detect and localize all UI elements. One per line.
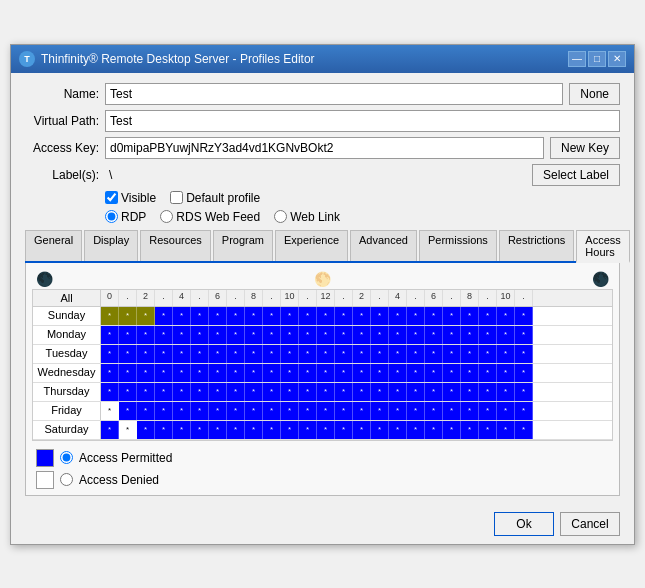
sat-h8[interactable]: * bbox=[245, 421, 263, 439]
thu-h17[interactable]: * bbox=[407, 383, 425, 401]
thu-h4[interactable]: * bbox=[173, 383, 191, 401]
fri-h13[interactable]: * bbox=[335, 402, 353, 420]
mon-h9[interactable]: * bbox=[263, 326, 281, 344]
mon-h20[interactable]: * bbox=[461, 326, 479, 344]
wed-h12[interactable]: * bbox=[317, 364, 335, 382]
thu-h13[interactable]: * bbox=[335, 383, 353, 401]
sun-h7[interactable]: * bbox=[227, 307, 245, 325]
sat-h20[interactable]: * bbox=[461, 421, 479, 439]
wed-h9[interactable]: * bbox=[263, 364, 281, 382]
sat-h4[interactable]: * bbox=[173, 421, 191, 439]
fri-h14[interactable]: * bbox=[353, 402, 371, 420]
sun-h22[interactable]: * bbox=[497, 307, 515, 325]
wed-h20[interactable]: * bbox=[461, 364, 479, 382]
sun-h9[interactable]: * bbox=[263, 307, 281, 325]
tab-access-hours[interactable]: Access Hours bbox=[576, 230, 629, 263]
sun-h1[interactable]: * bbox=[119, 307, 137, 325]
fri-h18[interactable]: * bbox=[425, 402, 443, 420]
fri-h17[interactable]: * bbox=[407, 402, 425, 420]
thu-h5[interactable]: * bbox=[191, 383, 209, 401]
wed-h17[interactable]: * bbox=[407, 364, 425, 382]
tue-h3[interactable]: * bbox=[155, 345, 173, 363]
thu-h11[interactable]: * bbox=[299, 383, 317, 401]
thu-h2[interactable]: * bbox=[137, 383, 155, 401]
thu-h14[interactable]: * bbox=[353, 383, 371, 401]
sat-h22[interactable]: * bbox=[497, 421, 515, 439]
sat-h5[interactable]: * bbox=[191, 421, 209, 439]
mon-h6[interactable]: * bbox=[209, 326, 227, 344]
mon-h4[interactable]: * bbox=[173, 326, 191, 344]
sat-h18[interactable]: * bbox=[425, 421, 443, 439]
fri-h20[interactable]: * bbox=[461, 402, 479, 420]
tue-h21[interactable]: * bbox=[479, 345, 497, 363]
tab-restrictions[interactable]: Restrictions bbox=[499, 230, 574, 261]
tue-h9[interactable]: * bbox=[263, 345, 281, 363]
sat-h15[interactable]: * bbox=[371, 421, 389, 439]
virtual-path-input[interactable] bbox=[105, 110, 620, 132]
tab-program[interactable]: Program bbox=[213, 230, 273, 261]
thu-h23[interactable]: * bbox=[515, 383, 533, 401]
sun-h13[interactable]: * bbox=[335, 307, 353, 325]
web-link-radio[interactable] bbox=[274, 210, 287, 223]
wed-h2[interactable]: * bbox=[137, 364, 155, 382]
tue-h1[interactable]: * bbox=[119, 345, 137, 363]
tue-h0[interactable]: * bbox=[101, 345, 119, 363]
sun-h14[interactable]: * bbox=[353, 307, 371, 325]
visible-option[interactable]: Visible bbox=[105, 191, 156, 205]
new-key-button[interactable]: New Key bbox=[550, 137, 620, 159]
rdp-radio[interactable] bbox=[105, 210, 118, 223]
wed-h4[interactable]: * bbox=[173, 364, 191, 382]
wed-h16[interactable]: * bbox=[389, 364, 407, 382]
fri-h3[interactable]: * bbox=[155, 402, 173, 420]
select-label-button[interactable]: Select Label bbox=[532, 164, 620, 186]
sun-h5[interactable]: * bbox=[191, 307, 209, 325]
mon-h22[interactable]: * bbox=[497, 326, 515, 344]
thu-h8[interactable]: * bbox=[245, 383, 263, 401]
tue-h2[interactable]: * bbox=[137, 345, 155, 363]
wed-h6[interactable]: * bbox=[209, 364, 227, 382]
tab-advanced[interactable]: Advanced bbox=[350, 230, 417, 261]
fri-h9[interactable]: * bbox=[263, 402, 281, 420]
tab-display[interactable]: Display bbox=[84, 230, 138, 261]
mon-h0[interactable]: * bbox=[101, 326, 119, 344]
thu-h21[interactable]: * bbox=[479, 383, 497, 401]
sun-h21[interactable]: * bbox=[479, 307, 497, 325]
default-profile-checkbox[interactable] bbox=[170, 191, 183, 204]
default-profile-option[interactable]: Default profile bbox=[170, 191, 260, 205]
sat-h17[interactable]: * bbox=[407, 421, 425, 439]
fri-h11[interactable]: * bbox=[299, 402, 317, 420]
rds-web-feed-radio[interactable] bbox=[160, 210, 173, 223]
ok-button[interactable]: Ok bbox=[494, 512, 554, 536]
mon-h21[interactable]: * bbox=[479, 326, 497, 344]
sun-h0[interactable]: * bbox=[101, 307, 119, 325]
sun-h23[interactable]: * bbox=[515, 307, 533, 325]
sat-h23[interactable]: * bbox=[515, 421, 533, 439]
mon-h19[interactable]: * bbox=[443, 326, 461, 344]
mon-h8[interactable]: * bbox=[245, 326, 263, 344]
fri-h2[interactable]: * bbox=[137, 402, 155, 420]
fri-h23[interactable]: * bbox=[515, 402, 533, 420]
wed-h15[interactable]: * bbox=[371, 364, 389, 382]
sun-h2[interactable]: * bbox=[137, 307, 155, 325]
wed-h14[interactable]: * bbox=[353, 364, 371, 382]
sat-h19[interactable]: * bbox=[443, 421, 461, 439]
sun-h6[interactable]: * bbox=[209, 307, 227, 325]
fri-h1[interactable]: * bbox=[119, 402, 137, 420]
thu-h0[interactable]: * bbox=[101, 383, 119, 401]
tue-h5[interactable]: * bbox=[191, 345, 209, 363]
cancel-button[interactable]: Cancel bbox=[560, 512, 620, 536]
tue-h11[interactable]: * bbox=[299, 345, 317, 363]
mon-h3[interactable]: * bbox=[155, 326, 173, 344]
access-permitted-radio[interactable] bbox=[60, 451, 73, 464]
sun-h12[interactable]: * bbox=[317, 307, 335, 325]
thu-h16[interactable]: * bbox=[389, 383, 407, 401]
web-link-option[interactable]: Web Link bbox=[274, 210, 340, 224]
sun-h19[interactable]: * bbox=[443, 307, 461, 325]
fri-h12[interactable]: * bbox=[317, 402, 335, 420]
mon-h1[interactable]: * bbox=[119, 326, 137, 344]
wed-h13[interactable]: * bbox=[335, 364, 353, 382]
fri-h7[interactable]: * bbox=[227, 402, 245, 420]
tue-h16[interactable]: * bbox=[389, 345, 407, 363]
tue-h6[interactable]: * bbox=[209, 345, 227, 363]
minimize-button[interactable]: — bbox=[568, 51, 586, 67]
